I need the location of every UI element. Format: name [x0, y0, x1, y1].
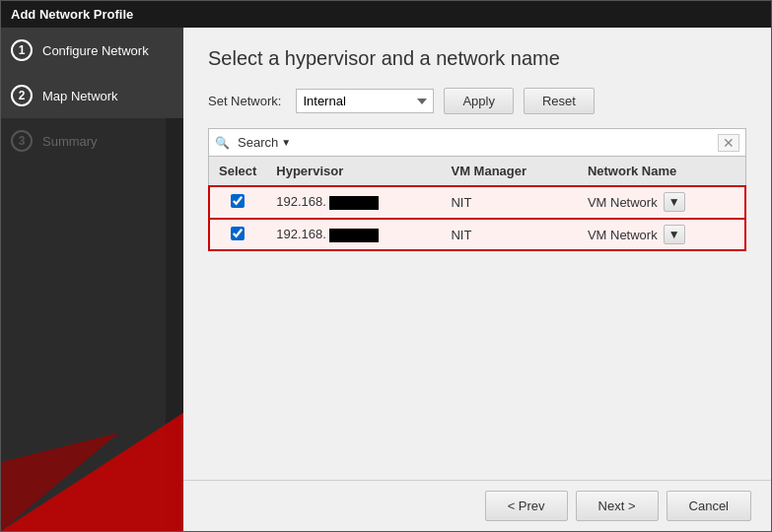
row2-checkbox[interactable]: [231, 227, 245, 240]
set-network-label: Set Network:: [208, 94, 281, 108]
content-area: 1 Configure Network 2 Map Network 3 Summ…: [1, 28, 771, 531]
title-bar: Add Network Profile: [1, 1, 771, 28]
page-title: Select a hypervisor and a network name: [208, 47, 746, 70]
row1-select-cell: [209, 186, 266, 219]
reset-button[interactable]: Reset: [524, 88, 595, 114]
step-1-circle: 1: [11, 39, 33, 61]
row1-network-name-cell: VM Network ▼: [578, 186, 745, 219]
table-row: 192.168. NIT VM Network ▼: [209, 186, 745, 219]
data-table: Select Hypervisor VM Manager Network Nam…: [209, 157, 745, 250]
prev-button[interactable]: < Prev: [485, 491, 568, 521]
add-network-profile-window: Add Network Profile 1 Configure Network …: [0, 0, 772, 532]
col-hypervisor: Hypervisor: [266, 157, 441, 186]
search-table-container: 🔍 Search ▼ ✕ Select: [208, 128, 746, 251]
row2-select-cell: [209, 219, 266, 251]
svg-marker-0: [1, 413, 183, 531]
cancel-button[interactable]: Cancel: [667, 491, 751, 521]
main-content: Select a hypervisor and a network name S…: [183, 28, 771, 480]
sidebar-item-summary: 3 Summary: [1, 118, 183, 164]
sidebar-item-configure-network[interactable]: 1 Configure Network: [1, 28, 183, 73]
col-vm-manager: VM Manager: [441, 157, 577, 186]
search-icon: 🔍: [215, 136, 230, 150]
window-title: Add Network Profile: [11, 7, 133, 22]
footer: < Prev Next > Cancel: [183, 480, 771, 531]
row2-network-name-cell: VM Network ▼: [578, 219, 745, 251]
table-header-row: Select Hypervisor VM Manager Network Nam…: [209, 157, 745, 186]
row2-hypervisor-cell: 192.168.: [266, 219, 441, 251]
step-3-circle: 3: [11, 130, 33, 152]
search-bar: 🔍 Search ▼ ✕: [208, 128, 746, 156]
svg-marker-1: [1, 432, 119, 531]
step-2-circle: 2: [11, 85, 33, 106]
sidebar-graphic: [1, 334, 183, 531]
search-chevron-icon: ▼: [281, 137, 291, 148]
sidebar: 1 Configure Network 2 Map Network 3 Summ…: [1, 28, 183, 531]
network-select[interactable]: Internal External Custom: [296, 89, 434, 113]
dropdown-chevron-icon: ▼: [668, 228, 680, 241]
step-3-label: Summary: [42, 134, 98, 149]
apply-button[interactable]: Apply: [444, 88, 514, 114]
row2-network-dropdown[interactable]: ▼: [664, 225, 685, 244]
search-input[interactable]: [299, 135, 714, 150]
main-panel: Select a hypervisor and a network name S…: [183, 28, 771, 531]
search-dropdown-button[interactable]: Search ▼: [234, 133, 295, 152]
step-1-label: Configure Network: [42, 43, 149, 58]
row2-hypervisor-redacted: [329, 229, 379, 242]
row1-checkbox[interactable]: [231, 194, 245, 208]
table-container: Select Hypervisor VM Manager Network Nam…: [208, 156, 746, 251]
row1-network-dropdown[interactable]: ▼: [664, 192, 685, 212]
col-network-name: Network Name: [578, 157, 745, 186]
row1-hypervisor-redacted: [329, 196, 379, 210]
row1-vm-manager-cell: NIT: [441, 186, 577, 219]
row2-vm-manager-cell: NIT: [441, 219, 577, 251]
sidebar-item-map-network[interactable]: 2 Map Network: [1, 73, 183, 118]
search-clear-button[interactable]: ✕: [718, 134, 739, 152]
step-2-label: Map Network: [42, 89, 118, 103]
set-network-row: Set Network: Internal External Custom Ap…: [208, 88, 746, 114]
col-select: Select: [209, 157, 266, 186]
next-button[interactable]: Next >: [576, 491, 659, 521]
dropdown-chevron-icon: ▼: [668, 195, 680, 209]
row1-hypervisor-cell: 192.168.: [266, 186, 441, 219]
table-row: 192.168. NIT VM Network ▼: [209, 219, 745, 251]
